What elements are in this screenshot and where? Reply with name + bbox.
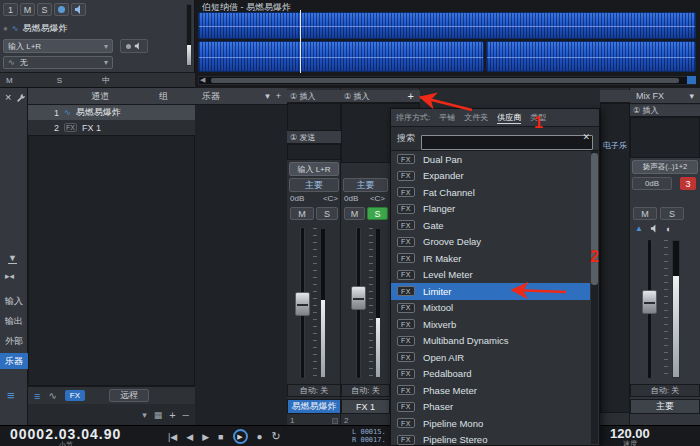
plugin-list-item[interactable]: FXPhase Meter	[391, 382, 590, 399]
prev-button[interactable]: |◀	[168, 432, 177, 442]
fader-handle[interactable]	[295, 292, 310, 316]
plugin-list-item-selected[interactable]: FXLimiter	[391, 283, 590, 300]
timecode-display[interactable]: 00002.03.04.90	[10, 427, 121, 441]
speaker-icon[interactable]	[650, 224, 659, 233]
tab-group[interactable]: 组	[159, 90, 168, 103]
plugin-list-item[interactable]: FXLevel Meter	[391, 267, 590, 284]
strip-output-bus-button[interactable]: 主要	[343, 178, 388, 192]
mute-column-label[interactable]: M	[6, 76, 13, 85]
track-name-row[interactable]: ● ∿ 易燃易爆炸	[3, 21, 183, 35]
strip-mute-button[interactable]: M	[344, 207, 365, 220]
audio-clip-top[interactable]	[198, 12, 696, 39]
plugin-list-item[interactable]: FXFat Channel	[391, 184, 590, 201]
stop-button[interactable]: ■	[218, 432, 223, 442]
clear-search-icon[interactable]: ✕	[582, 132, 590, 142]
track-solo-button[interactable]: S	[37, 3, 52, 16]
input-monitor-toggle[interactable]	[120, 39, 148, 53]
fader-handle[interactable]	[642, 290, 657, 314]
inserts-header[interactable]: ① 插入	[287, 90, 341, 103]
strip-name[interactable]: 主要	[630, 399, 700, 414]
rail-item-external[interactable]: 外部	[0, 333, 28, 349]
add-instrument-button[interactable]: +	[276, 91, 281, 101]
timeline-scrollbar[interactable]: ◀	[198, 76, 696, 85]
close-icon[interactable]: ×	[5, 91, 11, 103]
strip-solo-button[interactable]: S	[660, 207, 684, 220]
gain-value[interactable]: 0dB	[344, 194, 358, 206]
strip-solo-button[interactable]: S	[367, 207, 388, 220]
plugin-list-item[interactable]: FXMultiband Dynamics	[391, 333, 590, 350]
channel-row[interactable]: 2 FX FX 1	[28, 120, 195, 135]
mixfx-header[interactable]: Mix FX ▾	[630, 88, 700, 104]
plugin-list-item[interactable]: FXOpen AIR	[391, 349, 590, 366]
audio-clip-bottom-left[interactable]	[198, 41, 484, 72]
fx-filter-chip[interactable]: FX	[65, 390, 85, 401]
gain-value[interactable]: 0dB	[290, 194, 304, 206]
play-button[interactable]: ▶	[233, 429, 248, 444]
color-swatch[interactable]	[332, 418, 338, 424]
tab-channel[interactable]: 通道	[91, 90, 109, 103]
plugin-list-item[interactable]: FXPipeline Stereo	[391, 432, 590, 446]
strip-name[interactable]: FX 1	[341, 399, 390, 414]
plugin-list-item[interactable]: FXGroove Delay	[391, 234, 590, 251]
gain-value[interactable]: 0dB	[632, 177, 672, 190]
strip-input-button[interactable]: 输入 L+R	[289, 162, 339, 176]
audio-clip-bottom-right[interactable]	[486, 41, 696, 72]
remote-button[interactable]: 远程	[109, 389, 149, 402]
collapse-icon[interactable]: ▾	[142, 410, 147, 420]
plugin-list-item[interactable]: FXMixtool	[391, 300, 590, 317]
plugin-list-item[interactable]: FXDual Pan	[391, 151, 590, 168]
plugin-list-item[interactable]: FXPhaser	[391, 399, 590, 416]
chevron-down-icon[interactable]: ▾	[265, 91, 270, 101]
output-device-button[interactable]: 扬声器(..)1+2	[632, 160, 698, 174]
automation-mode[interactable]: 自动: 关	[341, 384, 390, 397]
chain-header[interactable]	[600, 90, 630, 103]
playhead[interactable]	[300, 10, 301, 73]
plugin-list-item[interactable]: FXExpander	[391, 168, 590, 185]
rail-item-instruments[interactable]: 乐器	[0, 353, 28, 369]
sort-tab-vendor[interactable]: 供应商	[497, 112, 521, 124]
chevron-down-icon[interactable]: ▾	[689, 91, 694, 101]
strip-name[interactable]: 易燃易爆炸	[287, 399, 341, 414]
sort-tab-folders[interactable]: 文件夹	[464, 112, 488, 123]
channel-row[interactable]: 1 ∿ 易燃易爆炸	[28, 105, 195, 120]
chain-item[interactable]: 电子乐	[601, 140, 629, 151]
track-monitor-button[interactable]	[71, 3, 86, 16]
instrument-selector[interactable]: ∿ 无 ▾	[3, 56, 113, 69]
wrench-icon[interactable]	[16, 93, 26, 103]
automation-mode[interactable]: 自动: 关	[287, 384, 341, 397]
plugin-list-item[interactable]: FXGate	[391, 217, 590, 234]
plugin-list-item[interactable]: FXMixverb	[391, 316, 590, 333]
track-record-arm-button[interactable]	[54, 3, 69, 16]
strip-mute-button[interactable]: M	[633, 207, 657, 220]
menu-icon[interactable]: ≡	[7, 388, 15, 403]
grid-icon[interactable]: ▦	[154, 410, 163, 420]
solo-column-label[interactable]: S	[57, 76, 62, 85]
collapse-pair-icon[interactable]: ▸◂	[5, 271, 14, 281]
inserts-header[interactable]: ① 插入	[630, 105, 700, 117]
clip-indicator-badge[interactable]: 3	[680, 177, 696, 190]
pan-value[interactable]: <C>	[323, 194, 338, 206]
strip-mute-button[interactable]: M	[290, 207, 314, 220]
plugin-list-item[interactable]: FXIR Maker	[391, 250, 590, 267]
popup-scrollbar[interactable]	[591, 151, 598, 444]
rewind-button[interactable]: ◀	[186, 432, 193, 442]
search-input[interactable]	[421, 135, 593, 150]
track-mute-button[interactable]: M	[20, 3, 35, 16]
tempo-display[interactable]: 120.00	[610, 427, 650, 440]
loop-button[interactable]: ↻	[272, 430, 281, 443]
scroll-right-button[interactable]	[687, 76, 696, 84]
scrollbar-thumb[interactable]	[211, 78, 679, 83]
rail-item-inputs[interactable]: 输入	[0, 293, 28, 309]
strip-output-bus-button[interactable]: 主要	[289, 178, 339, 192]
scroll-left-button[interactable]: ◀	[200, 76, 205, 84]
record-button[interactable]: ●	[257, 431, 263, 442]
plugin-list-item[interactable]: FXFlanger	[391, 201, 590, 218]
sort-tab-flat[interactable]: 平铺	[439, 112, 455, 123]
width-column-label[interactable]: 中	[102, 75, 110, 86]
strip-solo-button[interactable]: S	[316, 207, 338, 220]
add-insert-button[interactable]: +	[408, 90, 414, 102]
plugin-list-item[interactable]: FXPipeline Mono	[391, 415, 590, 432]
inserts-header[interactable]: ① 插入 +	[341, 90, 420, 103]
pan-circle-icon[interactable]: ◐	[666, 224, 671, 234]
sends-header[interactable]: ① 发送	[287, 131, 341, 144]
